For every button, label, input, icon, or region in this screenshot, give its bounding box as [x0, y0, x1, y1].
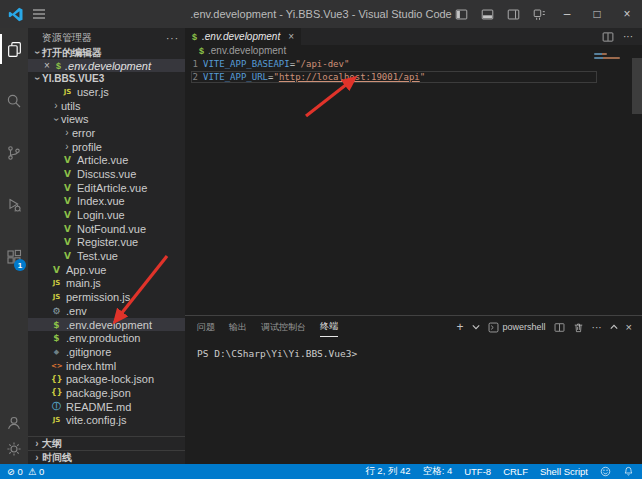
json-file-icon: {} — [51, 388, 62, 397]
tree-item-editarticle-vue[interactable]: VEditArticle.vue — [28, 181, 185, 195]
vue-file-icon: V — [62, 251, 73, 261]
tree-item-label: README.md — [66, 401, 131, 413]
git-file-icon: ◆ — [51, 348, 62, 356]
code-line-1[interactable]: 1VITE_APP_BASEAPI="/api-dev" — [191, 58, 597, 71]
close-tab-icon[interactable]: × — [288, 31, 294, 42]
code-line-2[interactable]: 2VITE_APP_URL="http://localhost:19001/ap… — [191, 71, 597, 84]
tree-item-permission-js[interactable]: JSpermission.js — [28, 290, 185, 304]
timeline-section[interactable]: › 时间线 — [28, 450, 185, 464]
tree-item-main-js[interactable]: JSmain.js — [28, 277, 185, 291]
outline-section[interactable]: › 大纲 — [28, 436, 185, 450]
tree-item-readme-md[interactable]: ⓘREADME.md — [28, 400, 185, 414]
split-terminal-icon[interactable] — [554, 322, 565, 333]
chevron-right-icon: › — [62, 127, 72, 138]
status-item[interactable]: UTF-8 — [464, 466, 491, 477]
new-terminal-icon[interactable]: + — [457, 320, 464, 334]
tree-item-discuss-vue[interactable]: VDiscuss.vue — [28, 167, 185, 181]
editor-scrollbar[interactable] — [632, 58, 642, 114]
minimap-line-mark — [594, 57, 620, 59]
terminal-dropdown-chevron-icon[interactable] — [472, 324, 480, 330]
tree-item-register-vue[interactable]: VRegister.vue — [28, 236, 185, 250]
open-editor-item-env-development[interactable]: × $ .env.development — [28, 59, 185, 72]
maximize-panel-chevron-icon[interactable] — [610, 324, 618, 330]
open-editors-section[interactable]: › 打开的编辑器 — [28, 46, 185, 59]
kill-terminal-trash-icon[interactable] — [573, 322, 584, 333]
vue-file-icon: V — [62, 169, 73, 179]
sidebar-more-actions-icon[interactable]: ··· — [166, 33, 179, 44]
url-link[interactable]: http://localhost:19001/api — [279, 71, 420, 84]
explorer-icon[interactable] — [0, 34, 28, 64]
tree-item-utils[interactable]: ›utils — [28, 99, 185, 113]
extensions-icon[interactable]: 1 — [0, 242, 28, 272]
tree-item-error[interactable]: ›error — [28, 126, 185, 140]
close-icon[interactable]: × — [44, 60, 52, 71]
minimize-button[interactable]: – — [552, 0, 582, 28]
panel-tab-终端[interactable]: 终端 — [320, 317, 338, 337]
tree-item--env-production[interactable]: $.env.production — [28, 331, 185, 345]
close-panel-icon[interactable]: × — [626, 321, 632, 333]
split-editor-icon[interactable] — [602, 31, 614, 43]
terminal-output[interactable]: PS D:\CSharp\Yi\Yi.BBS.Vue3> — [185, 338, 642, 359]
toggle-secondary-sidebar-icon[interactable] — [500, 0, 526, 28]
tree-item-login-vue[interactable]: VLogin.vue — [28, 208, 185, 222]
menu-hamburger-icon[interactable] — [33, 9, 45, 19]
chevron-right-icon: › — [32, 452, 42, 463]
tree-item-index-html[interactable]: <>index.html — [28, 359, 185, 373]
tree-item--env-development[interactable]: $.env.development — [28, 318, 185, 332]
tree-item-profile[interactable]: ›profile — [28, 140, 185, 154]
toggle-panel-icon[interactable] — [474, 0, 500, 28]
status-item[interactable]: Shell Script — [540, 466, 588, 477]
tree-item-label: user.js — [77, 86, 109, 98]
notifications-bell-icon[interactable] — [623, 466, 634, 477]
tree-item-app-vue[interactable]: VApp.vue — [28, 263, 185, 277]
terminal-instance[interactable]: powershell — [488, 322, 546, 333]
tree-item-vite-config-js[interactable]: JSvite.config.js — [28, 414, 185, 428]
warnings-indicator[interactable]: ⚠ 0 — [28, 466, 44, 477]
tree-item-package-lock-json[interactable]: {}package-lock.json — [28, 372, 185, 386]
errors-indicator[interactable]: ⊘ 0 — [7, 466, 23, 477]
tree-item-label: .env.production — [66, 332, 140, 344]
editor-more-actions-icon[interactable]: ··· — [623, 31, 633, 42]
bottom-panel: 问题输出调试控制台终端 + powershell ··· — [185, 315, 642, 464]
panel-tab-输出[interactable]: 输出 — [229, 318, 247, 337]
status-item[interactable]: 空格: 4 — [423, 465, 453, 478]
toggle-primary-sidebar-icon[interactable] — [448, 0, 474, 28]
tree-item-user-js[interactable]: JSuser.js — [28, 85, 185, 99]
close-button[interactable]: × — [612, 0, 642, 28]
tree-item-package-json[interactable]: {}package.json — [28, 386, 185, 400]
tree-item--gitignore[interactable]: ◆.gitignore — [28, 345, 185, 359]
panel-more-actions-icon[interactable]: ··· — [592, 322, 602, 333]
tab-env-development[interactable]: $ .env.development × — [185, 28, 301, 45]
tree-item-notfound-vue[interactable]: VNotFound.vue — [28, 222, 185, 236]
project-section-header[interactable]: › YI.BBS.VUE3 — [28, 72, 185, 85]
status-item[interactable]: 行 2, 列 42 — [365, 465, 410, 478]
feedback-smiley-icon[interactable] — [600, 466, 611, 477]
vue-file-icon: V — [62, 196, 73, 206]
warning-icon: ⚠ — [28, 466, 37, 477]
run-and-debug-icon[interactable] — [0, 190, 28, 220]
tree-item-label: Article.vue — [77, 154, 128, 166]
breadcrumb[interactable]: $ .env.development — [185, 45, 642, 56]
tree-item-label: .env — [66, 305, 87, 317]
panel-tab-调试控制台[interactable]: 调试控制台 — [261, 318, 306, 337]
tree-item-label: NotFound.vue — [77, 223, 146, 235]
editor-group: $ .env.development × ··· $ .env.developm… — [185, 28, 642, 464]
status-item[interactable]: CRLF — [503, 466, 528, 477]
source-control-icon[interactable] — [0, 138, 28, 168]
vscode-logo-icon — [8, 7, 23, 22]
settings-gear-icon[interactable] — [0, 434, 28, 464]
chevron-down-icon: › — [32, 74, 43, 84]
tree-item-article-vue[interactable]: VArticle.vue — [28, 153, 185, 167]
panel-tab-问题[interactable]: 问题 — [197, 318, 215, 337]
tree-item--env[interactable]: ⚙.env — [28, 304, 185, 318]
tree-item-views[interactable]: ›views — [28, 112, 185, 126]
tree-item-index-vue[interactable]: VIndex.vue — [28, 195, 185, 209]
maximize-button[interactable]: □ — [582, 0, 612, 28]
code-area[interactable]: 1VITE_APP_BASEAPI="/api-dev"2VITE_APP_UR… — [185, 58, 642, 83]
tree-item-label: Discuss.vue — [77, 168, 136, 180]
chevron-right-icon: › — [32, 438, 42, 449]
env-file-icon: $ — [192, 32, 197, 42]
tree-item-test-vue[interactable]: VTest.vue — [28, 249, 185, 263]
search-icon[interactable] — [0, 86, 28, 116]
customize-layout-icon[interactable] — [526, 0, 552, 28]
